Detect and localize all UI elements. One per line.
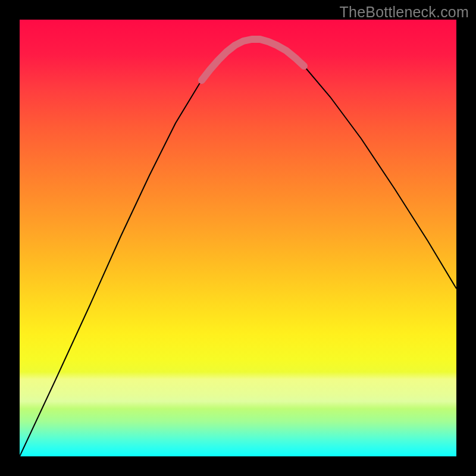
curve-layer: [20, 20, 456, 456]
series-bottleneck-highlight: [202, 39, 304, 80]
series-bottleneck-curve: [20, 39, 456, 456]
chart-frame: TheBottleneck.com: [0, 0, 476, 476]
plot-area: [20, 20, 456, 456]
watermark-text: TheBottleneck.com: [340, 4, 469, 21]
